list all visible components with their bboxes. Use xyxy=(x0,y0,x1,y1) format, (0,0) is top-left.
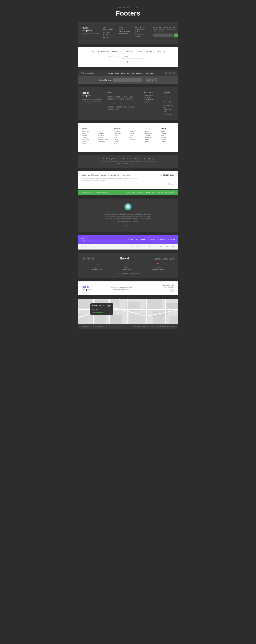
footer5-jackets-link[interactable]: Jackets xyxy=(82,137,95,138)
footer10-explorers-link[interactable]: EXPLORERS xyxy=(136,239,147,240)
footer3-newsletter-input[interactable] xyxy=(114,78,142,82)
footer8-about-link[interactable]: About xyxy=(126,192,130,194)
footer1-facebook-link[interactable]: Facebook xyxy=(135,29,150,31)
footer5-underwear-link[interactable]: Underwear xyxy=(98,141,111,142)
tag-nature[interactable]: NATURE xyxy=(130,102,137,104)
footer10-science-link[interactable]: SCIENCE xyxy=(158,239,165,240)
footer5-shoes-link[interactable]: Shoes xyxy=(145,139,158,140)
footer5-denim-link[interactable]: Denim xyxy=(82,135,95,136)
footer5-wtops-link[interactable]: Tops xyxy=(129,137,142,138)
footer2-data-link[interactable]: DATA PRIVACY xyxy=(121,51,133,52)
footer8-tos-link[interactable]: Terms Of Service xyxy=(152,192,163,194)
footer1-about-link[interactable]: About xyxy=(119,26,132,28)
footer5-lifestyle-link[interactable]: Lifestyle xyxy=(145,137,158,138)
footer9-fb-link[interactable]: f xyxy=(125,225,125,227)
footer6-contact-link[interactable]: Contact xyxy=(123,158,128,160)
footer2-legal-link[interactable]: LEGAL INFORMATION xyxy=(91,51,109,52)
footer4-instagram-link[interactable]: Instagram xyxy=(144,99,160,100)
footer13-contact-link[interactable]: Contact xyxy=(150,326,154,327)
footer10-travel-link[interactable]: TRAVEL xyxy=(127,239,134,240)
footer3-science-link[interactable]: SCIENCE xyxy=(136,72,143,74)
footer2-terms-link[interactable]: TERMS xyxy=(112,51,118,52)
footer5-coats-link[interactable]: Coats xyxy=(82,132,95,134)
footer2-twitter-link[interactable]: t xyxy=(127,61,128,63)
footer5-shirts-link[interactable]: Shirts xyxy=(82,141,95,142)
footer5-tshirts-link[interactable]: T-Shirts & vests xyxy=(98,139,111,140)
footer13-legal-link[interactable]: Legal Information xyxy=(138,326,148,327)
footer12-search-button[interactable]: 🔍 xyxy=(170,289,173,292)
footer5-suits-link[interactable]: Suits xyxy=(98,130,111,132)
footer5-beachwear-link[interactable]: Beachwear xyxy=(82,130,95,132)
footer3-explorers-link[interactable]: EXPLORERS xyxy=(115,72,126,74)
footer3-advices-link[interactable]: ADVICES xyxy=(145,72,153,74)
tag-life[interactable]: LIFE xyxy=(116,102,121,104)
tag-fun[interactable]: FUN xyxy=(116,108,121,111)
footer1-twitter-link[interactable]: Twitter xyxy=(135,31,150,33)
footer3-nature-link[interactable]: NATURE xyxy=(127,72,134,74)
footer13-about-link[interactable]: About xyxy=(133,326,137,327)
footer5-wjackets-link[interactable]: Jackets xyxy=(114,143,127,145)
footer4-rss-link[interactable]: RSS xyxy=(144,101,160,103)
footer3-travel-link[interactable]: TRAVEL xyxy=(107,72,113,74)
tag-lake[interactable]: LAKE xyxy=(123,95,128,98)
tag-travel[interactable]: TRAVEL xyxy=(107,95,114,98)
footer5-explorers-link[interactable]: Explorers xyxy=(161,132,174,134)
footer10-legal-link[interactable]: Legal Information xyxy=(137,246,147,248)
tag-fishing[interactable]: FISHING xyxy=(122,102,129,104)
footer5-wbeachwear-link[interactable]: Beachwear xyxy=(114,132,127,134)
footer5-allinone-link[interactable]: All in one xyxy=(114,130,127,132)
footer10-privacy-link[interactable]: Privacy Policy xyxy=(167,246,175,248)
footer7-about-link[interactable]: About xyxy=(82,174,86,176)
footer7-contact-link[interactable]: Contact xyxy=(101,174,106,176)
footer5-polo-link[interactable]: Polo shirts xyxy=(82,139,95,140)
footer10-about-link[interactable]: About xyxy=(132,246,135,248)
footer9-tw-link[interactable]: t xyxy=(127,225,127,227)
footer5-dresses-link[interactable]: Dresses xyxy=(114,141,127,142)
footer7-cloud-link[interactable]: ☁ xyxy=(171,183,174,185)
footer9-gplus-link[interactable]: g+ xyxy=(129,225,132,227)
footer7-tos-link[interactable]: Terms Of Service xyxy=(108,174,119,176)
footer3-rss-icon[interactable] xyxy=(172,72,175,74)
footer1-rss-link[interactable]: RSS xyxy=(135,35,150,37)
tag-tourist[interactable]: TOURIST xyxy=(125,98,132,101)
footer5-trousers-link[interactable]: Trousers xyxy=(98,137,111,138)
footer8-legal-link[interactable]: Legal Information xyxy=(132,192,143,194)
footer6-about-link[interactable]: About xyxy=(103,158,107,160)
footer10-contact-link[interactable]: Contact xyxy=(149,246,154,248)
footer10-tos-link[interactable]: Terms Of Service xyxy=(155,246,165,248)
footer6-privacy-link[interactable]: Privacy Policy xyxy=(144,158,153,160)
footer5-vintage-link[interactable]: Vintage xyxy=(145,141,158,142)
footer4-facebook-link[interactable]: Facebook xyxy=(144,94,160,96)
footer1-privacy-link[interactable]: Privacy Policy xyxy=(119,33,132,34)
footer7-mail-link[interactable]: ✉ xyxy=(168,183,170,185)
footer5-jewellery-link[interactable]: Jewellery xyxy=(145,135,158,136)
tag-holiday[interactable]: HOLIDAY xyxy=(116,98,124,101)
tag-baikal[interactable]: BAIKAL xyxy=(115,95,121,98)
footer11-gplus-icon[interactable]: g+ xyxy=(91,257,95,260)
tag-heron[interactable]: HERON xyxy=(115,105,122,108)
tag-vacation[interactable]: VACATION xyxy=(107,108,115,111)
footer2-shipping-link[interactable]: SHIPPING xyxy=(146,51,154,52)
footer5-nature-link[interactable]: Nature xyxy=(161,135,174,136)
footer1-submit-button[interactable]: → xyxy=(174,34,178,37)
footer5-bags-link[interactable]: Bags xyxy=(145,130,158,132)
footer7-privacy-link[interactable]: Privacy Policy xyxy=(121,174,130,176)
footer5-wcoats-link[interactable]: Coats xyxy=(114,135,127,136)
footer5-travel-link[interactable]: Travel xyxy=(161,130,174,132)
footer1-tos-link[interactable]: Terms Of Service xyxy=(119,31,132,32)
tag-trip[interactable]: TRIP xyxy=(129,95,134,98)
footer2-facebook-link[interactable]: f xyxy=(125,61,125,63)
footer5-wskirts-link[interactable]: Skirts xyxy=(114,137,127,138)
footer7-tw-link[interactable]: t xyxy=(166,183,166,185)
footer8-contact-link[interactable]: Contact xyxy=(145,192,150,194)
footer5-wdenim-link[interactable]: Denim xyxy=(114,139,127,140)
footer13-tos-link[interactable]: Terms Of Service xyxy=(156,326,166,327)
footer4-twitter-link[interactable]: Twitter xyxy=(144,97,160,98)
footer1-contact-link[interactable]: Contact xyxy=(119,28,132,30)
footer11-tw-icon[interactable]: t xyxy=(87,257,90,260)
footer4-show-map[interactable]: SHOW MAP xyxy=(163,114,174,116)
footer5-sweaters-link[interactable]: Sweaters xyxy=(98,132,111,134)
footer5-knitwear-link[interactable]: Knitwear xyxy=(98,135,111,136)
footer7-fb-link[interactable]: f xyxy=(163,183,164,185)
footer5-science-link[interactable]: Science xyxy=(161,137,174,138)
